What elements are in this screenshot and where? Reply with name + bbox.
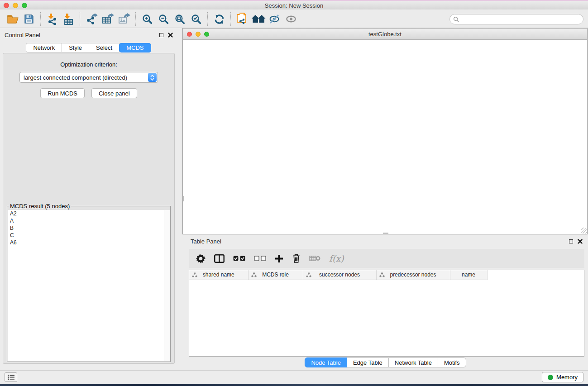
memory-status-icon xyxy=(548,375,553,380)
tab-mcds[interactable]: MCDS xyxy=(119,43,151,52)
memory-label: Memory xyxy=(556,374,578,381)
show-graphics-details-icon[interactable] xyxy=(283,12,299,26)
table-panel: Table Panel xyxy=(183,235,588,370)
table-tabs: Node TableEdge TableNetwork TableMotifs xyxy=(183,357,588,367)
network-canvas[interactable] xyxy=(183,40,587,234)
toolbar-separator xyxy=(80,12,80,26)
select-all-check-icon[interactable] xyxy=(233,256,245,261)
status-bar: Memory xyxy=(0,370,588,384)
function-builder-icon[interactable]: f(x) xyxy=(329,253,344,263)
mcds-panel: Optimization criterion: largest connecte… xyxy=(3,53,175,364)
optimization-criterion-label: Optimization criterion: xyxy=(3,61,174,68)
close-panel-button[interactable]: Close panel xyxy=(91,88,137,98)
column-header-name[interactable]: name xyxy=(450,270,487,280)
mcds-result-item[interactable]: A xyxy=(8,217,170,224)
toolbar-separator xyxy=(230,12,231,26)
mcds-result-item[interactable]: A2 xyxy=(8,210,170,217)
show-column-panel-icon[interactable] xyxy=(214,254,225,263)
add-column-icon[interactable] xyxy=(275,254,283,263)
toolbar-separator xyxy=(207,12,208,26)
column-header-shared-name[interactable]: shared name xyxy=(189,270,248,280)
export-image-icon[interactable] xyxy=(116,12,132,26)
deselect-all-check-icon[interactable] xyxy=(254,256,266,261)
search-box xyxy=(449,14,583,24)
table-toolbar: f(x) xyxy=(189,249,584,268)
delete-table-icon[interactable] xyxy=(309,255,320,262)
table-options-icon[interactable] xyxy=(196,254,206,263)
zoom-selected-icon[interactable] xyxy=(188,12,204,26)
memory-button[interactable]: Memory xyxy=(542,372,583,382)
run-mcds-button[interactable]: Run MCDS xyxy=(40,88,85,98)
node-table: shared nameMCDS rolesuccessor nodesprede… xyxy=(189,270,584,357)
hide-graphics-details-icon[interactable] xyxy=(267,12,283,26)
delete-column-icon[interactable] xyxy=(292,253,301,263)
table-panel-title: Table Panel xyxy=(191,238,221,245)
zoom-out-icon[interactable] xyxy=(155,12,172,26)
mcds-result-item[interactable]: C xyxy=(8,232,170,239)
task-history-button[interactable] xyxy=(5,372,17,382)
open-session-icon[interactable] xyxy=(5,12,21,26)
toolbar-separator xyxy=(40,12,41,26)
close-panel-icon[interactable] xyxy=(168,33,173,38)
toolbar-separator xyxy=(135,12,136,26)
export-network-icon[interactable] xyxy=(83,12,100,26)
column-header-mcds-role[interactable]: MCDS role xyxy=(248,270,303,280)
control-panel: Control Panel NetworkStyleSelectMCDS Opt… xyxy=(0,28,177,370)
optimization-criterion-select[interactable]: largest connected component (directed) xyxy=(19,72,158,83)
column-header-successor-nodes[interactable]: successor nodes xyxy=(303,270,376,280)
tab-motifs[interactable]: Motifs xyxy=(438,357,466,367)
session-title: Session: New Session xyxy=(0,2,588,9)
clone-network-icon[interactable] xyxy=(234,12,250,26)
network-graph[interactable] xyxy=(183,40,587,234)
resize-grip[interactable] xyxy=(581,228,587,234)
tab-edge-table[interactable]: Edge Table xyxy=(347,357,389,367)
network-window-title: testGlobe.txt xyxy=(183,31,587,38)
control-panel-tabs: NetworkStyleSelectMCDS xyxy=(0,43,177,52)
desktop-background xyxy=(0,384,588,386)
tab-style[interactable]: Style xyxy=(62,43,89,52)
dropdown-stepper-icon xyxy=(148,73,157,82)
main-toolbar xyxy=(0,10,588,28)
home-icon[interactable] xyxy=(250,12,267,26)
tab-node-table[interactable]: Node Table xyxy=(305,357,347,367)
tab-network[interactable]: Network xyxy=(26,43,62,52)
selected-criterion: largest connected component (directed) xyxy=(20,74,148,81)
scrollbar[interactable] xyxy=(183,196,184,201)
import-network-icon[interactable] xyxy=(44,12,60,26)
scrollbar[interactable] xyxy=(164,210,170,361)
tab-select[interactable]: Select xyxy=(89,43,120,52)
float-panel-icon[interactable] xyxy=(569,239,573,243)
mcds-result-list: A2ABCA6 xyxy=(8,210,170,361)
search-input[interactable] xyxy=(461,16,580,22)
close-panel-icon[interactable] xyxy=(578,239,583,244)
network-view-window: testGlobe.txt xyxy=(182,28,588,234)
zoom-in-icon[interactable] xyxy=(139,12,155,26)
mcds-result-group: MCDS result (5 nodes) A2ABCA6 xyxy=(7,203,171,362)
column-header-predecessor-nodes[interactable]: predecessor nodes xyxy=(376,270,450,280)
mcds-result-title: MCDS result (5 nodes) xyxy=(9,203,71,210)
table-header-row: shared nameMCDS rolesuccessor nodesprede… xyxy=(189,270,584,280)
mcds-result-item[interactable]: B xyxy=(8,224,170,232)
control-panel-title: Control Panel xyxy=(5,32,40,38)
scrollbar[interactable] xyxy=(383,233,388,234)
export-table-icon[interactable] xyxy=(100,12,116,26)
application-window: Session: New Session xyxy=(0,0,588,386)
float-panel-icon[interactable] xyxy=(159,33,163,37)
import-table-icon[interactable] xyxy=(60,12,76,26)
titlebar: Session: New Session xyxy=(0,0,588,10)
network-window-titlebar[interactable]: testGlobe.txt xyxy=(183,29,587,40)
save-session-icon[interactable] xyxy=(21,12,37,26)
tab-network-table[interactable]: Network Table xyxy=(388,357,438,367)
mcds-result-item[interactable]: A6 xyxy=(8,239,170,246)
apply-layout-icon[interactable] xyxy=(211,12,227,26)
search-icon xyxy=(453,16,459,22)
list-icon xyxy=(7,374,15,380)
zoom-fit-icon[interactable] xyxy=(172,12,188,26)
